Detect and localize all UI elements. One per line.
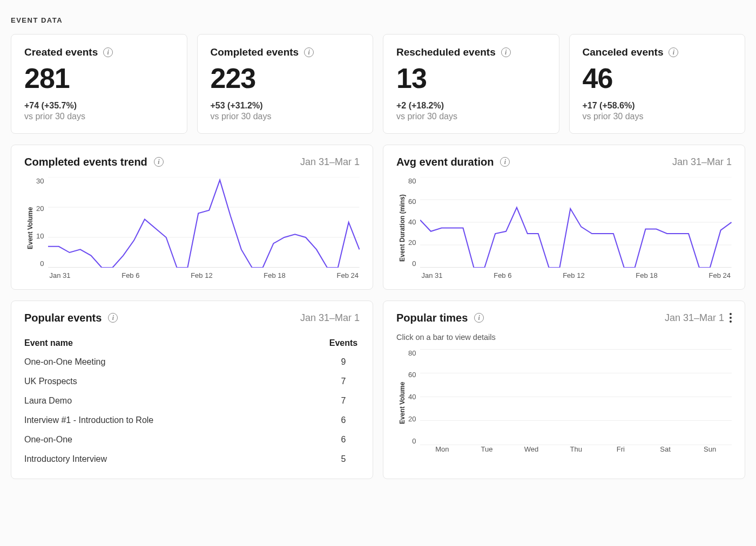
- stat-card-completed: Completed events i 223 +53 (+31.2%) vs p…: [197, 34, 374, 134]
- x-ticks: MonTueWedThuFriSatSun: [420, 445, 732, 457]
- x-tick: Feb 24: [336, 271, 358, 279]
- table-row[interactable]: Laura Demo7: [24, 391, 360, 411]
- y-tick: 40: [408, 218, 416, 226]
- line-chart: [48, 177, 360, 268]
- stat-card-row: Created events i 281 +74 (+35.7%) vs pri…: [11, 34, 745, 134]
- table-row[interactable]: One-on-One6: [24, 430, 360, 449]
- y-tick: 20: [36, 204, 44, 213]
- y-tick: 10: [36, 232, 44, 240]
- avg-duration-card: Avg event duration i Jan 31–Mar 1 Event …: [383, 145, 745, 290]
- event-count: 5: [327, 454, 360, 464]
- table-header: Event name Events: [24, 333, 360, 352]
- stat-card-created: Created events i 281 +74 (+35.7%) vs pri…: [11, 34, 187, 134]
- table-row[interactable]: Introductory Interview5: [24, 449, 360, 469]
- chart-title: Completed events trend: [24, 156, 147, 168]
- chart-date-range: Jan 31–Mar 1: [665, 312, 724, 324]
- stat-card-rescheduled: Rescheduled events i 13 +2 (+18.2%) vs p…: [383, 34, 559, 134]
- event-count: 7: [327, 396, 360, 406]
- popular-times-card: Popular times i Jan 31–Mar 1 Click on a …: [383, 301, 745, 479]
- stat-value: 281: [24, 64, 174, 93]
- stat-delta: +2 (+18.2%): [396, 101, 546, 111]
- popular-row: Popular events i Jan 31–Mar 1 Event name…: [11, 301, 745, 479]
- info-icon[interactable]: i: [474, 313, 484, 323]
- stat-title: Completed events: [211, 46, 299, 58]
- stat-compare: vs prior 30 days: [24, 112, 174, 121]
- stat-delta: +53 (+31.2%): [211, 101, 360, 111]
- stat-compare: vs prior 30 days: [211, 112, 360, 121]
- info-icon[interactable]: i: [304, 47, 314, 57]
- col-event-name: Event name: [24, 338, 73, 348]
- popular-events-rows: One-on-One Meeting9UK Prospects7Laura De…: [24, 352, 360, 469]
- x-tick: Feb 6: [494, 271, 511, 279]
- info-icon[interactable]: i: [669, 47, 678, 57]
- y-tick: 20: [408, 238, 416, 247]
- info-icon[interactable]: i: [103, 47, 113, 57]
- event-name: One-on-One Meeting: [24, 357, 105, 367]
- x-tick: Feb 18: [636, 271, 657, 279]
- event-name: Laura Demo: [24, 396, 72, 406]
- chart-date-range: Jan 31–Mar 1: [300, 312, 360, 324]
- stat-delta: +17 (+58.6%): [583, 101, 732, 111]
- stat-delta: +74 (+35.7%): [24, 101, 174, 111]
- y-ticks: 806040200: [406, 349, 420, 457]
- x-tick: Feb 24: [708, 271, 730, 279]
- bar-chart: [420, 349, 732, 445]
- event-count: 6: [327, 435, 360, 445]
- chart-title: Popular times: [396, 312, 468, 324]
- x-tick: Jan 31: [49, 271, 70, 279]
- info-icon[interactable]: i: [500, 157, 510, 167]
- line-chart: [420, 177, 732, 268]
- y-tick: 30: [36, 177, 44, 185]
- x-ticks: Jan 31Feb 6Feb 12Feb 18Feb 24: [48, 268, 360, 279]
- x-tick: Feb 18: [264, 271, 285, 279]
- x-tick: Sun: [691, 445, 728, 457]
- y-tick: 60: [408, 197, 416, 206]
- y-axis-label: Event Volume: [396, 349, 406, 457]
- stat-compare: vs prior 30 days: [583, 112, 732, 121]
- line-charts-row: Completed events trend i Jan 31–Mar 1 Ev…: [11, 145, 745, 290]
- x-tick: Thu: [557, 445, 595, 457]
- event-name: Introductory Interview: [24, 454, 107, 464]
- y-tick: 40: [408, 393, 416, 401]
- stat-title: Canceled events: [583, 46, 664, 58]
- chart-title: Popular events: [24, 312, 102, 324]
- event-name: One-on-One: [24, 435, 72, 445]
- y-tick: 80: [408, 349, 416, 357]
- y-ticks: 3020100: [34, 177, 48, 279]
- stat-value: 46: [583, 64, 732, 93]
- stat-value: 13: [396, 64, 546, 93]
- x-tick: Feb 12: [563, 271, 584, 279]
- chart-title: Avg event duration: [396, 156, 494, 168]
- section-label: EVENT DATA: [11, 16, 745, 24]
- chart-date-range: Jan 31–Mar 1: [300, 156, 360, 168]
- y-tick: 60: [408, 371, 416, 379]
- stat-card-canceled: Canceled events i 46 +17 (+58.6%) vs pri…: [569, 34, 746, 134]
- x-tick: Fri: [602, 445, 639, 457]
- info-icon[interactable]: i: [108, 313, 118, 323]
- completed-trend-card: Completed events trend i Jan 31–Mar 1 Ev…: [11, 145, 373, 290]
- info-icon[interactable]: i: [501, 47, 511, 57]
- x-tick: Feb 6: [122, 271, 139, 279]
- stat-title: Rescheduled events: [396, 46, 496, 58]
- table-row[interactable]: Interview #1 - Introduction to Role6: [24, 411, 360, 430]
- stat-compare: vs prior 30 days: [396, 112, 546, 121]
- event-count: 9: [327, 357, 360, 367]
- table-row[interactable]: One-on-One Meeting9: [24, 352, 360, 372]
- y-tick: 0: [36, 260, 44, 268]
- table-row[interactable]: UK Prospects7: [24, 372, 360, 391]
- more-menu-icon[interactable]: [730, 313, 732, 323]
- x-tick: Wed: [513, 445, 550, 457]
- x-tick: Sat: [647, 445, 684, 457]
- hint-text: Click on a bar to view details: [396, 333, 732, 342]
- y-ticks: 806040200: [406, 177, 420, 279]
- y-tick: 0: [408, 260, 416, 268]
- info-icon[interactable]: i: [154, 157, 164, 167]
- chart-date-range: Jan 31–Mar 1: [672, 156, 732, 168]
- event-name: UK Prospects: [24, 377, 77, 386]
- event-count: 7: [327, 377, 360, 386]
- stat-title: Created events: [24, 46, 98, 58]
- x-tick: Feb 12: [191, 271, 212, 279]
- y-tick: 0: [408, 437, 416, 445]
- x-tick: Mon: [423, 445, 461, 457]
- event-count: 6: [327, 415, 360, 425]
